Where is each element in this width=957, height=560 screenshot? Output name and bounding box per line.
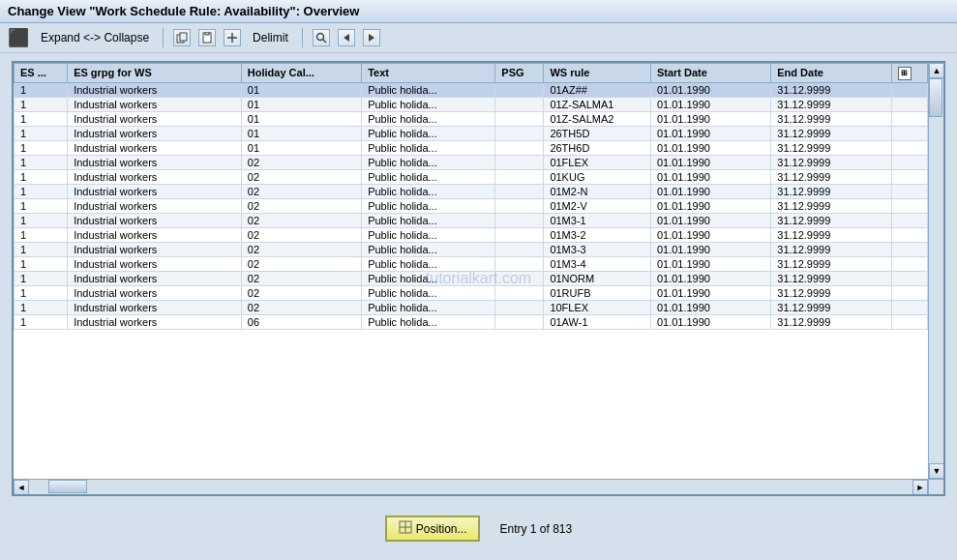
- scroll-thumb[interactable]: [929, 78, 942, 117]
- next-icon[interactable]: [363, 29, 380, 46]
- cell-wsrule: 01M2-N: [544, 184, 651, 198]
- cell-es: 1: [15, 227, 68, 242]
- expand-collapse-button[interactable]: Expand <-> Collapse: [37, 29, 153, 46]
- scroll-left-button[interactable]: ◄: [14, 480, 29, 495]
- cell-wsrule: 01AW-1: [544, 314, 651, 329]
- cell-esgrp: Industrial workers: [68, 169, 242, 184]
- table-row[interactable]: 1Industrial workers02Public holida...01M…: [15, 227, 928, 242]
- cell-startdate: 01.01.1990: [650, 111, 770, 126]
- cell-psg: [495, 169, 544, 184]
- table-row[interactable]: 1Industrial workers02Public holida...01F…: [15, 155, 928, 169]
- toolbar: ⬛ Expand <-> Collapse Delimit: [0, 23, 957, 53]
- cell-psg: [495, 285, 544, 300]
- col-startdate: Start Date: [650, 64, 770, 83]
- h-scroll-track: [29, 480, 912, 494]
- title-bar: Change View "Work Schedule Rule: Availab…: [0, 0, 957, 23]
- cell-es: 1: [15, 82, 68, 97]
- cell-psg: [495, 314, 544, 329]
- table-row[interactable]: 1Industrial workers02Public holida...01M…: [15, 198, 928, 213]
- cell-startdate: 01.01.1990: [650, 198, 770, 213]
- cell-startdate: 01.01.1990: [650, 256, 770, 271]
- scroll-down-button[interactable]: ▼: [929, 463, 944, 479]
- cell-psg: [495, 126, 544, 140]
- cell-holcal: 02: [241, 271, 361, 285]
- table-row[interactable]: 1Industrial workers02Public holida...01R…: [15, 285, 928, 300]
- cell-wsrule: 01Z-SALMA1: [544, 97, 651, 111]
- cell-enddate: 31.12.9999: [771, 97, 891, 111]
- cell-text: Public holida...: [362, 285, 495, 300]
- cell-empty: [891, 285, 927, 300]
- cell-esgrp: Industrial workers: [68, 184, 242, 198]
- table-row[interactable]: 1Industrial workers01Public holida...01Z…: [15, 97, 928, 111]
- cell-esgrp: Industrial workers: [68, 242, 242, 256]
- cell-startdate: 01.01.1990: [650, 213, 770, 227]
- table-row[interactable]: 1Industrial workers01Public holida...01Z…: [15, 111, 928, 126]
- cell-empty: [891, 169, 927, 184]
- cell-startdate: 01.01.1990: [650, 184, 770, 198]
- cell-text: Public holida...: [362, 126, 495, 140]
- cell-psg: [495, 97, 544, 111]
- cell-empty: [891, 97, 927, 111]
- separator-2: [302, 28, 303, 47]
- cell-psg: [495, 198, 544, 213]
- cell-startdate: 01.01.1990: [650, 227, 770, 242]
- search-icon[interactable]: [313, 29, 330, 46]
- vertical-scrollbar[interactable]: ▲ ▼: [928, 63, 943, 479]
- horizontal-scrollbar[interactable]: ◄ ►: [14, 479, 928, 494]
- cell-esgrp: Industrial workers: [68, 300, 242, 314]
- cell-wsrule: 01M2-V: [544, 198, 651, 213]
- table-row[interactable]: 1Industrial workers02Public holida...01M…: [15, 256, 928, 271]
- scroll-right-button[interactable]: ►: [912, 480, 928, 495]
- col-esgrp: ES grpg for WS: [68, 64, 242, 83]
- cell-es: 1: [15, 155, 68, 169]
- cell-text: Public holida...: [362, 242, 495, 256]
- cell-startdate: 01.01.1990: [650, 300, 770, 314]
- cell-enddate: 31.12.9999: [771, 155, 891, 169]
- cell-holcal: 02: [241, 169, 361, 184]
- h-scroll-thumb[interactable]: [48, 480, 87, 493]
- cell-esgrp: Industrial workers: [68, 227, 242, 242]
- delimit-button[interactable]: Delimit: [249, 29, 292, 46]
- col-text: Text: [362, 64, 495, 83]
- delimit-icon[interactable]: [224, 29, 241, 46]
- prev-icon[interactable]: [338, 29, 355, 46]
- copy-icon[interactable]: [173, 29, 191, 46]
- cell-startdate: 01.01.1990: [650, 314, 770, 329]
- table-row[interactable]: 1Industrial workers02Public holida...01M…: [15, 242, 928, 256]
- table-row[interactable]: 1Industrial workers01Public holida...26T…: [15, 140, 928, 155]
- position-button[interactable]: Position...: [385, 516, 481, 542]
- page-title: Change View "Work Schedule Rule: Availab…: [8, 4, 359, 18]
- cell-enddate: 31.12.9999: [771, 82, 891, 97]
- cell-empty: [891, 227, 927, 242]
- cell-esgrp: Industrial workers: [68, 271, 242, 285]
- cell-esgrp: Industrial workers: [68, 285, 242, 300]
- cell-psg: [495, 300, 544, 314]
- cell-wsrule: 01M3-4: [544, 256, 651, 271]
- cell-text: Public holida...: [362, 213, 495, 227]
- cell-text: Public holida...: [362, 111, 495, 126]
- cell-wsrule: 01RUFB: [544, 285, 651, 300]
- cell-empty: [891, 198, 927, 213]
- cell-startdate: 01.01.1990: [650, 126, 770, 140]
- table-row[interactable]: 1Industrial workers06Public holida...01A…: [15, 314, 928, 329]
- table-row[interactable]: 1Industrial workers02Public holida...01M…: [15, 213, 928, 227]
- cell-psg: [495, 227, 544, 242]
- cell-holcal: 02: [241, 285, 361, 300]
- cell-es: 1: [15, 198, 68, 213]
- table-row[interactable]: 1Industrial workers02Public holida...01M…: [15, 184, 928, 198]
- cell-holcal: 02: [241, 213, 361, 227]
- cell-enddate: 31.12.9999: [771, 111, 891, 126]
- cell-empty: [891, 314, 927, 329]
- scroll-up-button[interactable]: ▲: [929, 63, 944, 78]
- cell-enddate: 31.12.9999: [771, 227, 891, 242]
- cell-enddate: 31.12.9999: [771, 126, 891, 140]
- svg-marker-9: [369, 34, 374, 42]
- table-row[interactable]: 1Industrial workers02Public holida...01N…: [15, 271, 928, 285]
- table-row[interactable]: 1Industrial workers01Public holida...26T…: [15, 126, 928, 140]
- paste-icon[interactable]: [198, 29, 216, 46]
- table-row[interactable]: 1Industrial workers02Public holida...10F…: [15, 300, 928, 314]
- table-row[interactable]: 1Industrial workers02Public holida...01K…: [15, 169, 928, 184]
- cell-enddate: 31.12.9999: [771, 213, 891, 227]
- cell-holcal: 02: [241, 227, 361, 242]
- table-row[interactable]: 1Industrial workers01Public holida...01A…: [15, 82, 928, 97]
